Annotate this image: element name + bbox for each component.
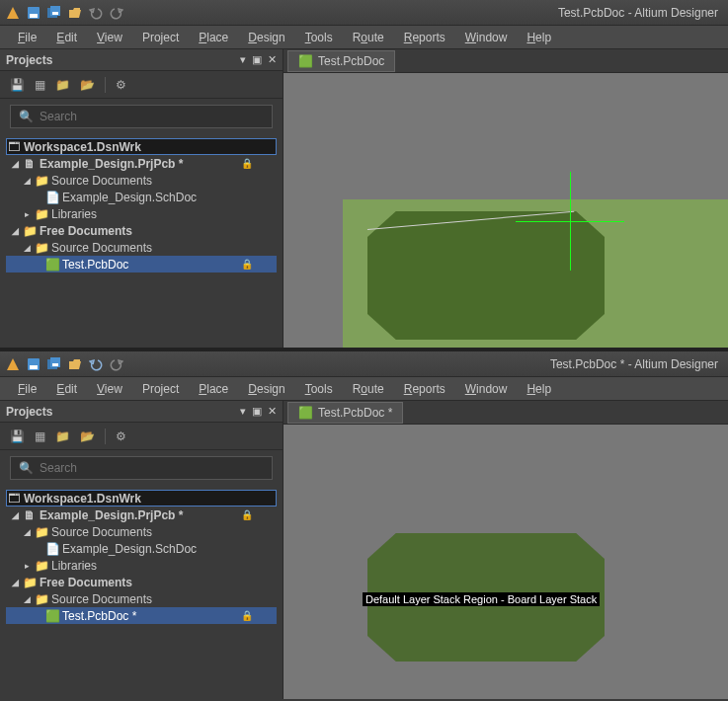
tree-libraries[interactable]: ▸ 📁 Libraries <box>6 205 277 222</box>
collapse-icon[interactable]: ◢ <box>10 159 20 169</box>
menu-reports[interactable]: Reports <box>394 27 455 48</box>
search-input[interactable] <box>40 461 264 475</box>
search-box[interactable]: 🔍 <box>10 105 273 128</box>
panel-close-icon[interactable]: ✕ <box>268 405 277 418</box>
tree-pcbdoc[interactable]: 🟩 Test.PcbDoc * 🔒 <box>6 607 277 624</box>
expand-icon[interactable]: ▸ <box>22 209 32 219</box>
tree-schdoc[interactable]: 📄 Example_Design.SchDoc <box>6 189 277 205</box>
open-icon[interactable] <box>66 355 84 373</box>
undo-icon[interactable] <box>87 4 105 22</box>
compile-icon[interactable]: ▦ <box>35 429 45 443</box>
svg-rect-4 <box>52 12 58 15</box>
svg-rect-9 <box>52 363 58 366</box>
save-icon[interactable] <box>25 4 42 22</box>
menu-help[interactable]: Help <box>517 27 561 48</box>
pcbdoc-icon: 🟩 <box>45 609 59 623</box>
lock-icon: 🔒 <box>241 158 253 169</box>
menu-design[interactable]: Design <box>238 378 294 400</box>
schdoc-icon: 📄 <box>45 542 59 556</box>
menu-project[interactable]: Project <box>132 378 189 400</box>
folder-open-icon[interactable]: 📂 <box>80 429 95 443</box>
search-input[interactable] <box>40 110 264 123</box>
collapse-icon[interactable]: ◢ <box>22 243 32 253</box>
menu-place[interactable]: Place <box>189 27 238 48</box>
app-window-1: Test.PcbDoc - Altium Designer File Edit … <box>0 0 728 348</box>
menu-tools[interactable]: Tools <box>295 27 343 48</box>
panel-toolbar: 💾 ▦ 📁 📂 ⚙ <box>0 423 283 450</box>
document-tabbar: 🟩 Test.PcbDoc * <box>283 401 728 425</box>
lock-icon: 🔒 <box>241 509 253 520</box>
tree-free-source[interactable]: ◢ 📁 Source Documents <box>6 590 277 607</box>
save-project-icon[interactable]: 💾 <box>10 429 25 443</box>
compile-icon[interactable]: ▦ <box>35 78 45 92</box>
collapse-icon[interactable]: ◢ <box>22 594 32 604</box>
folder-icon: 📁 <box>35 241 48 255</box>
panel-menu-icon[interactable]: ▾ <box>240 405 246 418</box>
folder-icon: 📁 <box>23 224 37 238</box>
menu-window[interactable]: Window <box>455 378 518 400</box>
menu-reports[interactable]: Reports <box>394 378 455 400</box>
save-all-icon[interactable] <box>45 4 63 22</box>
folder-icon: 📁 <box>35 592 48 606</box>
tree-source-docs[interactable]: ◢ 📁 Source Documents <box>6 172 277 189</box>
menu-edit[interactable]: Edit <box>46 378 87 400</box>
collapse-icon[interactable]: ◢ <box>22 176 32 186</box>
tree-workspace[interactable]: 🗔 Workspace1.DsnWrk <box>6 138 277 155</box>
document-tab[interactable]: 🟩 Test.PcbDoc * <box>287 402 403 424</box>
tree-schdoc[interactable]: 📄 Example_Design.SchDoc <box>6 540 277 557</box>
menu-file[interactable]: File <box>8 378 46 400</box>
collapse-icon[interactable]: ◢ <box>10 578 20 587</box>
search-box[interactable]: 🔍 <box>10 456 273 480</box>
folder-icon[interactable]: 📁 <box>55 78 70 92</box>
tree-free-source[interactable]: ◢ 📁 Source Documents <box>6 239 277 256</box>
save-all-icon[interactable] <box>45 355 63 373</box>
redo-icon[interactable] <box>108 355 125 373</box>
menu-place[interactable]: Place <box>189 378 238 400</box>
project-icon: 🗎 <box>23 157 37 171</box>
pcb-canvas[interactable] <box>283 73 728 348</box>
collapse-icon[interactable]: ◢ <box>10 226 20 236</box>
menu-window[interactable]: Window <box>455 27 518 48</box>
pcb-canvas[interactable]: Default Layer Stack Region - Board Layer… <box>283 425 728 699</box>
tree-free-docs[interactable]: ◢ 📁 Free Documents <box>6 574 277 590</box>
folder-icon: 📁 <box>23 576 37 589</box>
menu-edit[interactable]: Edit <box>46 27 87 48</box>
workspace-icon: 🗔 <box>7 140 21 154</box>
menu-view[interactable]: View <box>87 378 132 400</box>
tree-source-docs[interactable]: ◢ 📁 Source Documents <box>6 523 277 540</box>
redo-icon[interactable] <box>108 4 125 22</box>
panel-pin-icon[interactable]: ▣ <box>252 53 262 66</box>
menu-help[interactable]: Help <box>517 378 561 400</box>
panel-close-icon[interactable]: ✕ <box>268 53 277 66</box>
collapse-icon[interactable]: ◢ <box>10 510 20 520</box>
tree-workspace[interactable]: 🗔 Workspace1.DsnWrk <box>6 490 277 506</box>
menu-route[interactable]: Route <box>343 378 394 400</box>
save-project-icon[interactable]: 💾 <box>10 78 25 92</box>
save-icon[interactable] <box>25 355 42 373</box>
open-icon[interactable] <box>66 4 84 22</box>
menu-tools[interactable]: Tools <box>295 378 343 400</box>
tree-project[interactable]: ◢ 🗎 Example_Design.PrjPcb * 🔒 <box>6 155 277 172</box>
menu-view[interactable]: View <box>87 27 132 48</box>
collapse-icon[interactable]: ◢ <box>22 527 32 537</box>
project-tree: 🗔 Workspace1.DsnWrk ◢ 🗎 Example_Design.P… <box>0 486 283 628</box>
expand-icon[interactable]: ▸ <box>22 561 32 571</box>
undo-icon[interactable] <box>87 355 105 373</box>
brand-icon <box>4 355 22 373</box>
menu-route[interactable]: Route <box>343 27 394 48</box>
folder-icon[interactable]: 📁 <box>55 429 70 443</box>
menu-file[interactable]: File <box>8 27 46 48</box>
menu-design[interactable]: Design <box>238 27 294 48</box>
tree-pcbdoc[interactable]: 🟩 Test.PcbDoc 🔒 <box>6 256 277 273</box>
tree-project[interactable]: ◢ 🗎 Example_Design.PrjPcb * 🔒 <box>6 506 277 523</box>
menu-project[interactable]: Project <box>132 27 189 48</box>
panel-menu-icon[interactable]: ▾ <box>240 53 246 66</box>
folder-open-icon[interactable]: 📂 <box>80 78 95 92</box>
document-tab[interactable]: 🟩 Test.PcbDoc <box>287 50 395 72</box>
gear-icon[interactable]: ⚙ <box>116 429 126 443</box>
tree-free-docs[interactable]: ◢ 📁 Free Documents <box>6 222 277 239</box>
tree-libraries[interactable]: ▸ 📁 Libraries <box>6 557 277 574</box>
folder-icon: 📁 <box>35 207 48 221</box>
panel-pin-icon[interactable]: ▣ <box>252 405 262 418</box>
gear-icon[interactable]: ⚙ <box>116 78 126 92</box>
